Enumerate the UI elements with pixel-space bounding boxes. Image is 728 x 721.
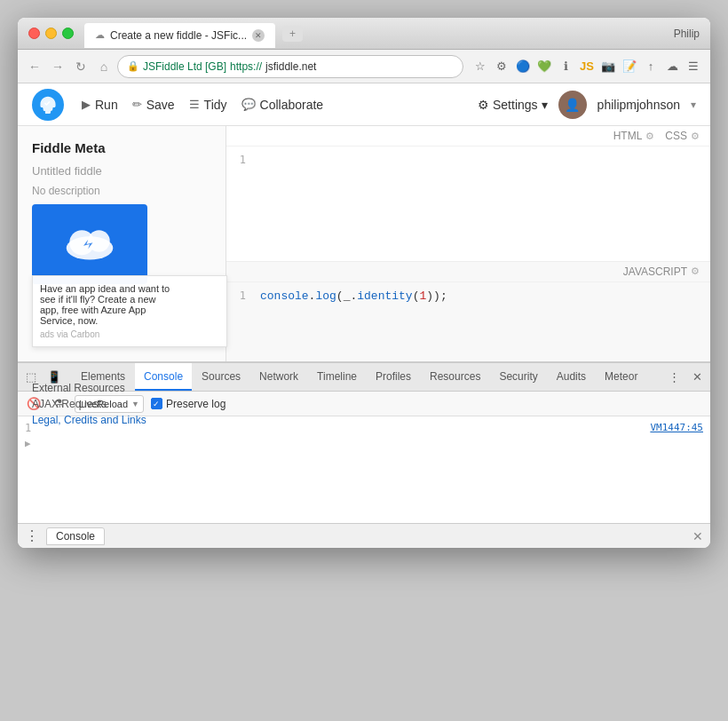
css-gear-icon[interactable]: ⚙: [691, 131, 700, 142]
ext9-icon[interactable]: ☁: [662, 57, 682, 76]
tab-security[interactable]: Security: [490, 363, 546, 391]
tab-close-button[interactable]: ✕: [252, 29, 265, 42]
devtools-right-controls: ⋮ ✕: [664, 368, 707, 387]
js-toolbar: JAVASCRIPT ⚙: [226, 262, 710, 282]
code-identity: identity: [357, 289, 412, 303]
gear-icon: ⚙: [478, 98, 489, 112]
user-avatar: 👤: [558, 91, 587, 119]
code-editor[interactable]: 1 console.log(_.identity(1));: [226, 282, 710, 362]
star-icon[interactable]: ☆: [471, 57, 490, 76]
settings-chevron-icon: ▾: [542, 98, 548, 112]
settings-button[interactable]: ⚙ Settings ▾: [478, 98, 548, 112]
tidy-button[interactable]: ☰ Tidy: [189, 98, 227, 112]
address-bar: ← → ↻ ⌂ 🔒 JSFiddle Ltd [GB] https:// jsf…: [18, 50, 710, 83]
username-label: philipmjohnson: [597, 98, 680, 112]
ad-line1: Have an app idea and want to: [40, 283, 219, 294]
app-header: ▶ Run ✏ Save ☰ Tidy 💬 Collaborate ⚙ Sett…: [18, 83, 710, 126]
new-tab-button[interactable]: +: [282, 26, 303, 42]
main-content: Fiddle Meta Untitled fiddle No descripti…: [18, 126, 710, 361]
ext4-icon[interactable]: ℹ: [556, 57, 575, 76]
url-bar[interactable]: 🔒 JSFiddle Ltd [GB] https:// jsfiddle.ne…: [117, 55, 463, 78]
fiddle-description: No description: [32, 185, 211, 197]
html-editor[interactable]: 1: [226, 147, 710, 262]
devtools-close-icon[interactable]: ✕: [687, 368, 707, 387]
app-nav: ▶ Run ✏ Save ☰ Tidy 💬 Collaborate: [82, 98, 323, 112]
console-output: 1 VM1447:45 ▶: [18, 416, 710, 523]
bottom-menu-icon[interactable]: ⋮: [25, 527, 39, 544]
save-button[interactable]: ✏ Save: [132, 98, 175, 112]
tab-network[interactable]: Network: [250, 363, 307, 391]
advertisement: Have an app idea and want to see if it'l…: [32, 275, 227, 347]
tab-timeline[interactable]: Timeline: [308, 363, 366, 391]
js-editor-area: JAVASCRIPT ⚙ 1 console.log(_.identity(1)…: [226, 262, 710, 362]
external-resources-label: External Resources: [32, 382, 211, 394]
run-button[interactable]: ▶ Run: [82, 98, 118, 112]
app-logo: [32, 89, 64, 121]
tab-icon: ☁: [95, 29, 105, 41]
code-underscore: _.: [344, 289, 358, 303]
line-number: 1: [226, 154, 253, 254]
svg-point-2: [88, 230, 110, 252]
back-button[interactable]: ←: [25, 57, 44, 76]
tab-audits[interactable]: Audits: [548, 363, 595, 391]
url-secure-label: JSFiddle Ltd [GB]: [143, 60, 226, 73]
ad-via: ads via Carbon: [40, 329, 219, 339]
sidebar: Fiddle Meta Untitled fiddle No descripti…: [18, 126, 226, 361]
ext7-icon[interactable]: 📝: [620, 57, 639, 76]
code-line-num: 1: [226, 289, 253, 355]
url-domain: jsfiddle.net: [265, 60, 316, 73]
ajax-requests-label: AJAX Requests: [32, 398, 211, 410]
html-label: HTML ⚙: [613, 130, 655, 142]
console-source-link[interactable]: VM1447:45: [650, 422, 703, 433]
ext3-icon[interactable]: 💚: [534, 57, 554, 76]
css-label: CSS ⚙: [665, 130, 700, 142]
minimize-button[interactable]: [45, 28, 57, 39]
close-button[interactable]: [28, 28, 40, 39]
tab-meteor[interactable]: Meteor: [596, 363, 646, 391]
legal-credits-link[interactable]: Legal, Credits and Links: [32, 414, 211, 426]
menu-icon[interactable]: ☰: [684, 57, 703, 76]
play-icon: ▶: [82, 98, 91, 111]
ext2-icon[interactable]: 🔵: [513, 57, 533, 76]
app-header-right: ⚙ Settings ▾ 👤 philipmjohnson ▾: [478, 91, 696, 119]
ad-line4: Service, now.: [40, 315, 219, 326]
url-protocol: https://: [230, 60, 262, 73]
ext1-icon[interactable]: ⚙: [492, 57, 511, 76]
chat-icon: 💬: [241, 98, 256, 111]
browser-tab[interactable]: ☁ Create a new fiddle - JSFic... ✕: [84, 23, 275, 48]
tab-title: Create a new fiddle - JSFic...: [110, 29, 247, 42]
editor-toolbar: HTML ⚙ CSS ⚙: [226, 126, 710, 147]
code-close: ));: [426, 289, 447, 303]
ad-line2: see if it'll fly? Create a new: [40, 294, 219, 305]
collaborate-button[interactable]: 💬 Collaborate: [241, 98, 324, 112]
tidy-icon: ☰: [189, 98, 200, 111]
secure-icon: 🔒: [127, 60, 139, 72]
fiddle-thumbnail: [32, 204, 147, 284]
reload-button[interactable]: ↻: [71, 57, 91, 76]
traffic-lights: [28, 28, 74, 39]
ad-line3: app, free with Azure App: [40, 305, 219, 315]
window-user: Philip: [674, 28, 700, 40]
code-paren-open: (: [336, 289, 344, 303]
bottom-console-tab[interactable]: Console: [46, 527, 105, 545]
ext6-icon[interactable]: 📷: [598, 57, 618, 76]
fiddle-meta-title: Fiddle Meta: [32, 140, 211, 155]
maximize-button[interactable]: [62, 28, 74, 39]
ext5-icon[interactable]: JS: [577, 57, 597, 76]
forward-button[interactable]: →: [48, 57, 67, 76]
html-gear-icon[interactable]: ⚙: [645, 131, 654, 142]
bottom-bar: ⋮ Console ✕: [18, 523, 710, 548]
console-line-2: ▶: [18, 436, 710, 451]
home-button[interactable]: ⌂: [94, 57, 114, 76]
code-method: log: [315, 289, 336, 303]
user-chevron-icon: ▾: [691, 99, 696, 111]
js-label: JAVASCRIPT ⚙: [623, 265, 700, 278]
titlebar: ☁ Create a new fiddle - JSFic... ✕ + Phi…: [18, 18, 710, 50]
bottom-close-icon[interactable]: ✕: [692, 529, 703, 543]
js-gear-icon[interactable]: ⚙: [691, 265, 700, 277]
tab-resources[interactable]: Resources: [421, 363, 489, 391]
save-icon: ✏: [132, 98, 142, 111]
ext8-icon[interactable]: ↑: [641, 57, 661, 76]
tab-profiles[interactable]: Profiles: [367, 363, 420, 391]
devtools-more-icon[interactable]: ⋮: [664, 368, 684, 387]
